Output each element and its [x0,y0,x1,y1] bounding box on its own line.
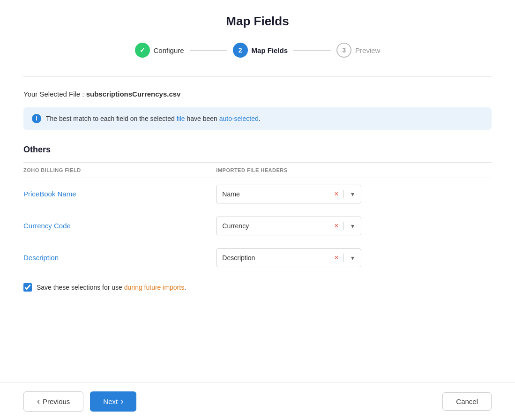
info-text-after: . [259,115,261,122]
step-circle-map-fields: 2 [233,43,248,58]
field-label-currency-code: Currency Code [23,222,71,230]
step-connector-2 [293,50,331,51]
next-label: Next [103,398,118,405]
info-text-middle: have been [185,115,219,122]
selected-file-label: Your Selected File : [23,90,86,98]
step-label-map-fields: Map Fields [252,46,288,54]
chevron-right-icon [120,397,123,406]
col-header-file-headers: IMPORTED FILE HEADERS [216,163,492,178]
field-value-description: Description [216,254,329,262]
info-icon: i [32,114,41,123]
field-selector-description[interactable]: Description × ▾ [216,248,361,267]
table-row: Currency Code Currency × ▾ [23,210,492,242]
step-configure: ✓ Configure [135,43,184,58]
cancel-button[interactable]: Cancel [442,392,492,411]
col-header-billing-field: ZOHO BILLING FIELD [23,163,216,178]
dropdown-btn-description[interactable]: ▾ [344,254,361,262]
table-row: PriceBook Name Name × ▾ [23,178,492,210]
field-selector-pricebook-name[interactable]: Name × ▾ [216,185,361,203]
previous-label: Previous [43,398,70,405]
footer: Previous Next Cancel [0,382,515,420]
step-label-configure: Configure [154,46,184,54]
save-selections-checkbox[interactable] [23,283,32,292]
cancel-label: Cancel [456,398,478,405]
top-divider [23,76,492,77]
field-label-pricebook-name: PriceBook Name [23,190,76,198]
info-banner: i The best match to each field on the se… [23,107,492,130]
selected-file-row: Your Selected File : subscriptionsCurren… [23,90,492,98]
page-title: Map Fields [23,14,492,29]
save-selections-label[interactable]: Save these selections for use during fut… [37,284,186,291]
step-preview: 3 Preview [336,43,380,58]
field-value-currency-code: Currency [216,222,329,230]
main-content: Map Fields ✓ Configure 2 Map Fields 3 Pr… [0,0,515,382]
next-button[interactable]: Next [90,391,136,412]
clear-btn-description[interactable]: × [329,254,344,262]
mapping-table: ZOHO BILLING FIELD IMPORTED FILE HEADERS… [23,162,492,274]
step-label-preview: Preview [355,46,380,54]
checkbox-label-after: . [184,284,186,291]
chevron-left-icon [37,397,40,406]
info-text-before: The best match to each field on the sele… [46,115,177,122]
dropdown-btn-pricebook-name[interactable]: ▾ [344,190,361,198]
info-text: The best match to each field on the sele… [46,115,261,122]
page-wrapper: Map Fields ✓ Configure 2 Map Fields 3 Pr… [0,0,515,420]
selected-file-name: subscriptionsCurrencys.csv [86,90,181,98]
clear-btn-pricebook-name[interactable]: × [329,190,344,198]
clear-btn-currency-code[interactable]: × [329,222,344,230]
field-value-pricebook-name: Name [216,190,329,198]
save-selections-row: Save these selections for use during fut… [23,283,492,292]
step-circle-preview: 3 [336,43,351,58]
checkbox-label-highlight: during future imports [124,284,184,291]
footer-left: Previous Next [23,391,136,412]
step-map-fields: 2 Map Fields [233,43,288,58]
previous-button[interactable]: Previous [23,391,83,412]
field-selector-currency-code[interactable]: Currency × ▾ [216,217,361,235]
checkbox-label-before: Save these selections for use [37,284,124,291]
field-label-description: Description [23,254,59,262]
table-row: Description Description × ▾ [23,242,492,274]
dropdown-btn-currency-code[interactable]: ▾ [344,222,361,230]
step-circle-configure: ✓ [135,43,150,58]
info-text-highlight2: auto-selected [219,115,259,122]
stepper: ✓ Configure 2 Map Fields 3 Preview [23,43,492,58]
step-connector-1 [190,50,227,51]
section-title: Others [23,145,492,155]
info-text-highlight1: file [177,115,185,122]
